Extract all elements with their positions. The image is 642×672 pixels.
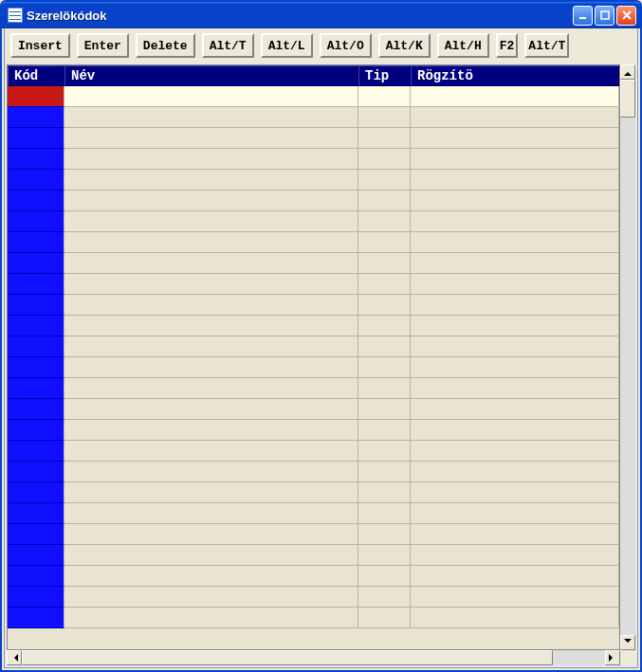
col-header-nev[interactable]: Név [64, 65, 358, 86]
cell-tip[interactable] [358, 191, 411, 211]
table-row[interactable] [8, 608, 619, 628]
cell-tip[interactable] [358, 608, 411, 628]
cell-kod[interactable] [8, 482, 64, 503]
cell-rogzito[interactable] [411, 107, 619, 128]
cell-rogzito[interactable] [411, 232, 619, 253]
scroll-right-button[interactable] [605, 650, 620, 665]
scroll-up-button[interactable] [620, 64, 635, 80]
cell-tip[interactable] [358, 420, 411, 441]
table-row[interactable] [8, 107, 619, 128]
cell-rogzito[interactable] [411, 566, 619, 587]
cell-kod[interactable] [8, 608, 64, 628]
close-button[interactable] [616, 6, 636, 26]
alt-h-button[interactable]: Alt/H [437, 33, 489, 58]
table-row[interactable] [8, 149, 619, 170]
alt-l-button[interactable]: Alt/L [261, 33, 313, 58]
cell-kod[interactable] [8, 441, 64, 462]
cell-kod[interactable] [8, 107, 64, 128]
cell-kod[interactable] [8, 295, 64, 316]
alt-k-button[interactable]: Alt/K [378, 33, 431, 58]
cell-nev[interactable] [64, 462, 358, 482]
cell-nev[interactable] [64, 232, 358, 253]
cell-kod[interactable] [8, 420, 64, 441]
cell-tip[interactable] [358, 316, 411, 336]
cell-nev[interactable] [64, 316, 358, 336]
cell-kod[interactable] [8, 545, 64, 566]
cell-tip[interactable] [358, 232, 411, 253]
cell-rogzito[interactable] [411, 86, 619, 107]
cell-rogzito[interactable] [411, 420, 619, 441]
cell-rogzito[interactable] [411, 587, 619, 608]
cell-tip[interactable] [358, 295, 411, 316]
hscroll-track[interactable] [22, 650, 605, 665]
cell-kod[interactable] [8, 566, 64, 587]
scroll-down-button[interactable] [620, 635, 635, 650]
cell-nev[interactable] [64, 357, 358, 378]
maximize-button[interactable] [595, 6, 614, 26]
cell-nev[interactable] [64, 399, 358, 420]
cell-nev[interactable] [64, 587, 358, 608]
cell-rogzito[interactable] [411, 170, 619, 191]
alt-t-button[interactable]: Alt/T [202, 33, 254, 58]
cell-nev[interactable] [64, 545, 358, 566]
vscroll-track[interactable] [620, 80, 635, 635]
hscroll-thumb[interactable] [22, 650, 553, 665]
table-row[interactable] [8, 399, 619, 420]
cell-kod[interactable] [8, 587, 64, 608]
cell-nev[interactable] [64, 420, 358, 441]
table-row[interactable] [8, 503, 619, 524]
cell-nev[interactable] [64, 274, 358, 295]
cell-kod[interactable] [8, 316, 64, 336]
cell-rogzito[interactable] [411, 295, 619, 316]
cell-kod[interactable] [8, 399, 64, 420]
cell-nev[interactable] [64, 86, 358, 107]
delete-button[interactable]: Delete [136, 33, 195, 58]
table-row[interactable] [8, 378, 619, 399]
cell-rogzito[interactable] [411, 608, 619, 628]
cell-rogzito[interactable] [411, 128, 619, 149]
app-icon[interactable] [8, 8, 23, 23]
cell-nev[interactable] [64, 128, 358, 149]
col-header-tip[interactable]: Tip [358, 65, 411, 86]
table-row[interactable] [8, 232, 619, 253]
cell-kod[interactable] [8, 253, 64, 274]
cell-tip[interactable] [358, 211, 411, 232]
cell-nev[interactable] [64, 211, 358, 232]
cell-tip[interactable] [358, 170, 411, 191]
cell-nev[interactable] [64, 524, 358, 545]
cell-nev[interactable] [64, 107, 358, 128]
vertical-scrollbar[interactable] [620, 64, 635, 650]
cell-kod[interactable] [8, 524, 64, 545]
table-row[interactable] [8, 462, 619, 482]
cell-rogzito[interactable] [411, 399, 619, 420]
table-row[interactable] [8, 482, 619, 503]
cell-tip[interactable] [358, 128, 411, 149]
cell-tip[interactable] [358, 253, 411, 274]
cell-kod[interactable] [8, 274, 64, 295]
minimize-button[interactable] [573, 6, 593, 26]
cell-nev[interactable] [64, 378, 358, 399]
cell-tip[interactable] [358, 86, 411, 107]
vscroll-thumb[interactable] [620, 80, 635, 118]
table-row[interactable] [8, 191, 619, 211]
cell-rogzito[interactable] [411, 441, 619, 462]
table-row[interactable] [8, 441, 619, 462]
insert-button[interactable]: Insert [10, 33, 70, 58]
cell-kod[interactable] [8, 191, 64, 211]
cell-nev[interactable] [64, 170, 358, 191]
cell-tip[interactable] [358, 357, 411, 378]
cell-tip[interactable] [358, 587, 411, 608]
cell-tip[interactable] [358, 462, 411, 482]
cell-tip[interactable] [358, 336, 411, 357]
alt-t2-button[interactable]: Alt/T [524, 33, 569, 58]
table-row[interactable] [8, 253, 619, 274]
table-row[interactable] [8, 295, 619, 316]
cell-kod[interactable] [8, 336, 64, 357]
cell-rogzito[interactable] [411, 336, 619, 357]
cell-tip[interactable] [358, 482, 411, 503]
titlebar[interactable]: Szerelökódok [2, 2, 640, 28]
cell-rogzito[interactable] [411, 545, 619, 566]
table-row[interactable] [8, 566, 619, 587]
cell-rogzito[interactable] [411, 253, 619, 274]
cell-kod[interactable] [8, 503, 64, 524]
